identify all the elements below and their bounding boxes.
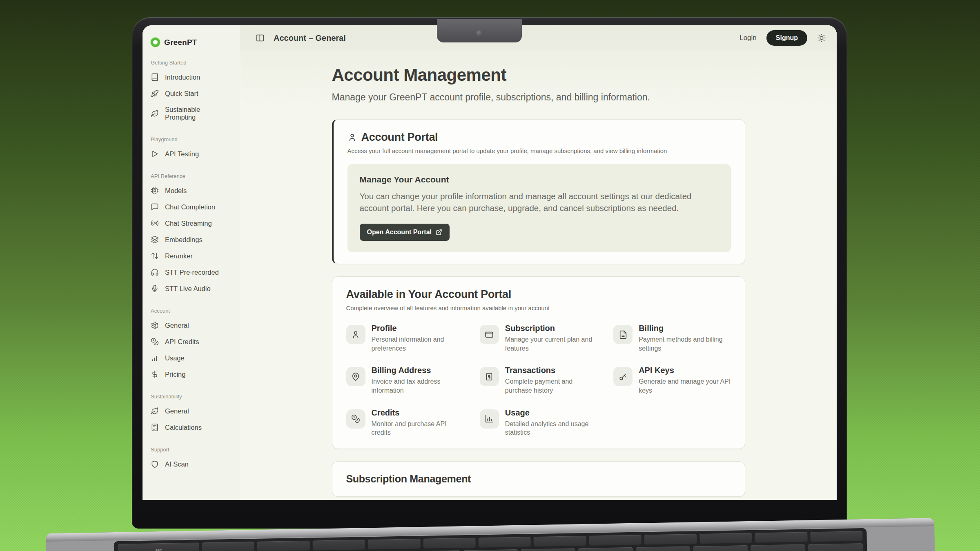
layers-icon — [151, 236, 159, 244]
sidebar-section-api-reference: API Reference — [151, 173, 232, 179]
gear-icon — [151, 321, 159, 329]
headphones-icon — [151, 268, 159, 276]
feature-usage: UsageDetailed analytics and usage statis… — [480, 408, 597, 437]
play-icon — [151, 150, 159, 158]
sidebar-item-chat-completion[interactable]: Chat Completion — [143, 199, 240, 215]
key-icon — [613, 367, 633, 386]
account-portal-card: Account Portal Access your full account … — [332, 119, 745, 264]
sidebar-section-support: Support — [151, 447, 232, 453]
feature-billing-address: Billing AddressInvoice and tax address i… — [346, 366, 463, 395]
keyboard-key: = — [808, 543, 863, 551]
features-grid: ProfilePersonal information and preferen… — [346, 324, 731, 437]
mic-icon — [151, 284, 159, 293]
sidebar-section-getting-started: Getting Started — [151, 60, 232, 66]
laptop-notch — [437, 19, 522, 42]
sidebar-item-stt-live-audio[interactable]: STT Live Audio — [143, 280, 240, 297]
sidebar-item-sustainable-prompting[interactable]: Sustainable Prompting — [143, 102, 240, 125]
keyboard-key — [312, 540, 365, 550]
keyboard-key — [479, 537, 531, 547]
sidebar-section-account: Account — [151, 308, 232, 314]
main-area: Account – General Login Signup Account M… — [240, 25, 837, 500]
signup-button[interactable]: Signup — [766, 30, 807, 46]
chat-icon — [151, 203, 159, 211]
map-pin-icon — [346, 367, 365, 386]
keyboard-key — [534, 536, 586, 547]
feature-profile: ProfilePersonal information and preferen… — [346, 324, 463, 353]
subscription-management-card: Subscription Management — [332, 461, 745, 497]
sidebar-item-quick-start[interactable]: Quick Start — [143, 85, 240, 102]
open-account-portal-button[interactable]: Open Account Portal — [360, 224, 450, 241]
features-title: Available in Your Account Portal — [346, 288, 731, 301]
brand-name: GreenPT — [164, 38, 197, 47]
sidebar-item-stt-prerecorded[interactable]: STT Pre-recorded — [143, 264, 240, 280]
sidebar-item-sustainability-general[interactable]: General — [143, 403, 240, 419]
manage-account-title: Manage Your Account — [360, 175, 719, 184]
receipt-icon — [480, 367, 499, 386]
laptop-display: GreenPT Getting Started Introduction Qui… — [143, 25, 837, 500]
account-portal-title: Account Portal — [361, 131, 438, 144]
sidebar-item-usage[interactable]: Usage — [143, 350, 240, 366]
keyboard-key: 6 — [463, 549, 518, 551]
sidebar-item-models[interactable]: Models — [143, 182, 240, 199]
sidebar-item-api-credits[interactable]: API Credits — [143, 333, 240, 350]
webcam-icon — [476, 30, 482, 36]
coins-icon — [346, 409, 365, 429]
feature-api-keys: API KeysGenerate and manage your API key… — [613, 366, 731, 395]
sidebar-item-ai-scan[interactable]: AI Scan — [143, 456, 240, 472]
keyboard-key: esc — [118, 542, 199, 551]
laptop-frame: GreenPT Getting Started Introduction Qui… — [132, 17, 847, 529]
keyboard-key — [589, 535, 641, 546]
user-icon — [347, 133, 357, 142]
keyboard-key: - — [751, 544, 805, 551]
coins-icon — [151, 338, 159, 346]
user-icon — [346, 325, 365, 344]
sidebar-section-playground: Playground — [151, 136, 232, 142]
calculator-icon — [151, 423, 159, 431]
sidebar-item-embeddings[interactable]: Embeddings — [143, 231, 240, 248]
subscription-management-title: Subscription Management — [346, 473, 731, 485]
sidebar-item-chat-streaming[interactable]: Chat Streaming — [143, 215, 240, 231]
login-link[interactable]: Login — [739, 34, 757, 42]
credit-card-icon — [480, 325, 499, 344]
sort-icon — [151, 252, 159, 260]
brand[interactable]: GreenPT — [143, 25, 240, 49]
sidebar-item-api-testing[interactable]: API Testing — [143, 146, 240, 162]
page-scroll-area[interactable]: Account Management Manage your GreenPT a… — [240, 51, 837, 500]
bar-chart-icon — [480, 409, 499, 429]
sidebar-section-sustainability: Sustainability — [151, 393, 232, 400]
shield-icon — [151, 460, 159, 468]
manage-account-body: You can change your profile information … — [360, 190, 719, 214]
keyboard-key: 0 — [693, 545, 748, 551]
sidebar-item-reranker[interactable]: Reranker — [143, 248, 240, 264]
sidebar-toggle-icon[interactable] — [256, 33, 265, 42]
theme-toggle-sun-icon[interactable] — [817, 33, 826, 42]
features-subtitle: Complete overview of all features and in… — [346, 304, 731, 311]
topbar-title: Account – General — [274, 33, 346, 43]
feature-billing: BillingPayment methods and billing setti… — [613, 324, 731, 353]
bars-icon — [151, 354, 159, 362]
manage-account-box: Manage Your Account You can change your … — [347, 164, 731, 252]
sidebar-item-calculations[interactable]: Calculations — [143, 419, 240, 435]
leaf-icon — [151, 407, 159, 415]
keyboard-key — [202, 542, 255, 551]
book-icon — [151, 73, 159, 81]
leaf-icon — [151, 109, 159, 118]
keyboard-key — [699, 533, 752, 544]
topbar: Account – General Login Signup — [240, 25, 837, 51]
brand-logo-icon — [151, 38, 160, 47]
keyboard-key — [755, 532, 808, 542]
rocket-icon — [151, 89, 159, 98]
features-card: Available in Your Account Portal Complet… — [332, 276, 745, 449]
keyboard-key — [810, 531, 863, 542]
feature-subscription: SubscriptionManage your current plan and… — [480, 324, 597, 353]
keyboard-key — [423, 538, 476, 549]
sidebar-item-account-general[interactable]: General — [143, 317, 240, 333]
sidebar-item-pricing[interactable]: Pricing — [143, 366, 240, 382]
external-link-icon — [436, 229, 442, 236]
sidebar-item-introduction[interactable]: Introduction — [143, 69, 240, 85]
feature-credits: CreditsMonitor and purchase API credits — [346, 408, 463, 437]
keyboard-key: 8 — [578, 547, 633, 551]
dollar-icon — [151, 370, 159, 378]
keyboard-key — [368, 539, 421, 549]
keyboard-key — [644, 534, 697, 544]
